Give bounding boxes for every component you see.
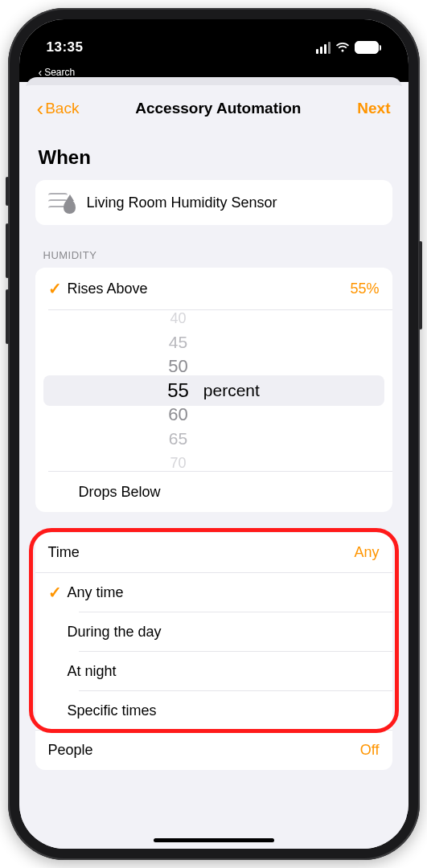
drops-below-row[interactable]: Drops Below	[35, 472, 392, 512]
battery-icon: 45	[355, 41, 381, 54]
volume-down-button	[6, 289, 9, 344]
accessory-name: Living Room Humidity Sensor	[87, 194, 277, 211]
time-option-day[interactable]: ✓ During the day	[35, 612, 392, 651]
power-button	[419, 241, 422, 330]
people-value: Off	[360, 742, 380, 759]
wifi-icon	[335, 42, 350, 53]
rises-above-value: 55%	[350, 280, 379, 297]
picker-unit: percent	[203, 381, 260, 400]
home-indicator[interactable]	[154, 838, 274, 842]
time-option-any[interactable]: ✓ Any time	[35, 573, 392, 612]
time-header-label: Time	[48, 544, 80, 561]
time-header-row[interactable]: Time Any	[35, 533, 392, 572]
time-option-night[interactable]: ✓ At night	[35, 652, 392, 690]
next-button[interactable]: Next	[357, 100, 390, 117]
rises-above-row[interactable]: ✓ Rises Above 55%	[35, 268, 392, 309]
side-button	[6, 177, 9, 206]
back-button[interactable]: ‹ Back	[37, 98, 80, 119]
phone-frame: 13:35 45	[8, 8, 420, 860]
back-label: Back	[45, 100, 79, 117]
humidity-card: ✓ Rises Above 55% 40 45 50 55 60	[35, 268, 392, 512]
picker-values[interactable]: 40 45 50 55 60 65 70	[167, 306, 189, 475]
time-option-specific[interactable]: ✓ Specific times	[35, 691, 392, 730]
humidity-picker[interactable]: 40 45 50 55 60 65 70 percent	[35, 310, 392, 471]
people-label: People	[48, 742, 93, 759]
humidity-header: HUMIDITY	[43, 249, 384, 261]
dynamic-island	[162, 34, 266, 63]
checkmark-icon: ✓	[48, 279, 68, 298]
humidity-sensor-icon	[48, 191, 76, 214]
checkmark-icon: ✓	[48, 583, 68, 602]
time-header-value: Any	[354, 544, 379, 561]
cellular-icon	[316, 42, 331, 54]
breadcrumb-label: Search	[44, 67, 75, 78]
section-heading: When	[39, 146, 389, 169]
volume-up-button	[6, 223, 9, 278]
time-card: Time Any ✓ Any time ✓ During the day	[35, 533, 392, 770]
status-time: 13:35	[47, 39, 84, 55]
picker-selected: 55	[167, 379, 189, 403]
chevron-left-icon: ‹	[39, 66, 43, 79]
rises-above-label: Rises Above	[68, 280, 351, 297]
people-row[interactable]: People Off	[35, 731, 392, 770]
chevron-left-icon: ‹	[37, 98, 44, 119]
breadcrumb[interactable]: ‹ Search	[39, 66, 76, 79]
page-title: Accessory Automation	[135, 100, 301, 117]
nav-bar: ‹ Back Accessory Automation Next	[19, 98, 409, 119]
screen: 13:35 45	[19, 19, 409, 849]
accessory-row[interactable]: Living Room Humidity Sensor	[35, 180, 392, 225]
drops-below-label: Drops Below	[79, 484, 380, 501]
